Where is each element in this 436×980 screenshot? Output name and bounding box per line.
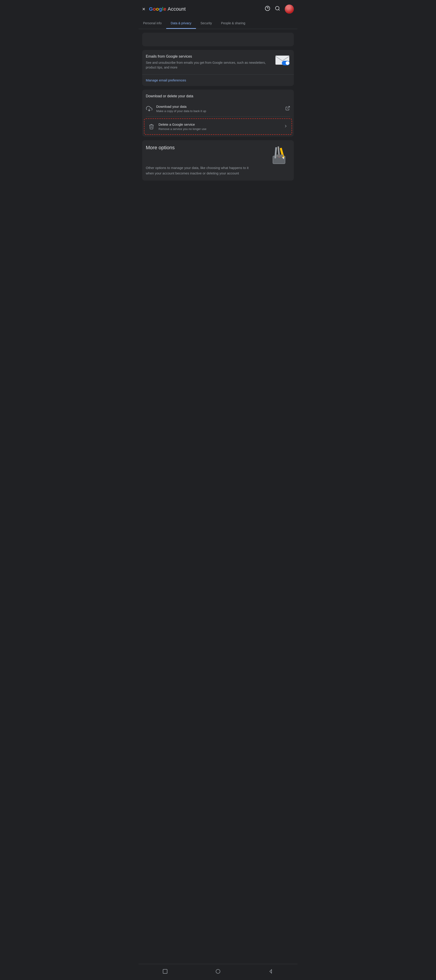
close-button[interactable]: ×: [142, 6, 145, 12]
search-button[interactable]: [275, 6, 280, 13]
download-data-text: Download your data Make a copy of your d…: [156, 105, 281, 113]
circle-icon: [215, 969, 221, 974]
avatar[interactable]: [285, 5, 294, 14]
tools-icon: [270, 145, 290, 165]
email-card-main: Emails from Google services See and unsu…: [142, 50, 294, 75]
scrolled-card-stub: [142, 33, 294, 46]
svg-line-7: [287, 106, 289, 108]
email-card-text: Emails from Google services See and unsu…: [146, 54, 271, 70]
tab-security[interactable]: Security: [196, 18, 217, 29]
bottom-nav: [139, 964, 297, 980]
svg-point-16: [216, 969, 220, 974]
email-card-title: Emails from Google services: [146, 54, 271, 59]
square-icon: [162, 969, 168, 974]
google-logo-text: Google: [149, 6, 168, 12]
svg-line-3: [279, 10, 279, 10]
tools-svg: [270, 145, 290, 165]
nav-circle-button[interactable]: [214, 967, 222, 977]
back-icon: [268, 969, 274, 974]
download-data-title: Download your data: [156, 105, 281, 108]
more-options-desc: Other options to manage your data, like …: [146, 165, 254, 176]
manage-email-link-row: Manage email preferences: [142, 75, 294, 86]
svg-point-2: [275, 6, 279, 10]
svg-rect-12: [278, 146, 280, 156]
svg-rect-14: [276, 154, 283, 157]
email-card-desc: See and unsubscribe from emails you get …: [146, 60, 271, 70]
app-title: Google Account: [149, 6, 265, 12]
more-options-title: More options: [146, 145, 175, 151]
more-options-header: More options: [146, 145, 290, 165]
main-content: Emails from Google services See and unsu…: [139, 29, 297, 202]
delete-service-list-item[interactable]: Delete a Google service Remove a service…: [144, 119, 292, 134]
help-button[interactable]: [265, 6, 270, 13]
svg-marker-17: [270, 970, 272, 973]
more-options-section: More options: [142, 140, 294, 181]
manage-email-link[interactable]: Manage email preferences: [146, 78, 186, 82]
cloud-download-icon: [146, 105, 153, 112]
email-icon-toggle-wrapper: [274, 54, 290, 66]
delete-service-title: Delete a Google service: [158, 123, 280, 126]
chevron-right-icon: [283, 124, 288, 129]
delete-service-text: Delete a Google service Remove a service…: [158, 123, 280, 130]
nav-square-button[interactable]: [161, 967, 169, 977]
delete-service-desc: Remove a service you no longer use: [158, 127, 280, 130]
svg-point-6: [286, 61, 289, 65]
trash-icon: [148, 124, 155, 129]
header: × Google Account: [139, 0, 297, 18]
external-link-icon: [285, 106, 290, 112]
help-icon: [265, 6, 270, 11]
account-text: Account: [168, 6, 186, 12]
header-actions: [265, 5, 294, 14]
download-data-item[interactable]: Download your data Make a copy of your d…: [142, 101, 294, 116]
nav-back-button[interactable]: [267, 967, 275, 977]
more-options-content: More options: [146, 145, 175, 154]
svg-rect-15: [163, 969, 167, 974]
download-delete-title: Download or delete your data: [142, 90, 294, 101]
tab-data-privacy[interactable]: Data & privacy: [166, 18, 196, 29]
avatar-image: [285, 5, 294, 14]
nav-tabs: Personal info Data & privacy Security Pe…: [139, 18, 297, 29]
delete-service-item[interactable]: Delete a Google service Remove a service…: [144, 118, 292, 135]
download-data-desc: Make a copy of your data to back it up: [156, 109, 281, 113]
tab-personal-info[interactable]: Personal info: [139, 18, 166, 29]
tab-people[interactable]: People & sharing: [216, 18, 250, 29]
envelope-icon: [275, 54, 290, 66]
download-delete-card: Download or delete your data Download yo…: [142, 90, 294, 137]
search-icon: [275, 6, 280, 11]
emails-card: Emails from Google services See and unsu…: [142, 50, 294, 86]
